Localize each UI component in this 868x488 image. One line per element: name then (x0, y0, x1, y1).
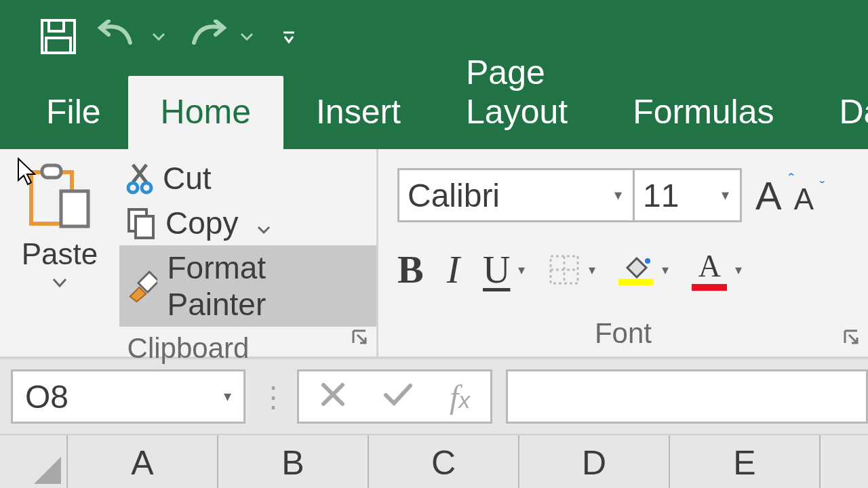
font-launcher-icon[interactable] (842, 328, 860, 348)
ribbon-home: Paste Cut (0, 149, 868, 359)
borders-button[interactable]: ▾ (548, 253, 595, 286)
up-caret-icon: ˆ (789, 170, 794, 189)
format-painter-button[interactable]: Format Painter (119, 245, 376, 327)
underline-button[interactable]: U ▾ (483, 248, 525, 291)
font-size-value: 11 (635, 177, 710, 214)
column-header[interactable]: C (369, 435, 519, 488)
bucket-icon (620, 254, 652, 279)
clipboard-group-label: Clipboard (0, 327, 376, 371)
paste-label: Paste (22, 237, 98, 271)
redo-button[interactable] (186, 20, 254, 54)
column-headers: A B C D E (0, 434, 868, 488)
insert-function-button[interactable]: fx (450, 378, 470, 415)
fill-color-swatch (618, 279, 654, 285)
down-caret-icon: ˇ (820, 178, 825, 196)
chevron-down-icon[interactable]: ▾ (662, 262, 669, 278)
undo-button[interactable] (98, 20, 165, 54)
copy-label: Copy (165, 205, 238, 241)
paste-dropdown-icon[interactable] (52, 278, 67, 290)
chevron-down-icon[interactable]: ▾ (603, 186, 633, 204)
name-box[interactable]: O8 ▾ (11, 369, 245, 424)
redo-dropdown-icon[interactable] (240, 33, 254, 41)
column-header[interactable]: D (519, 435, 670, 488)
svg-point-9 (128, 183, 138, 192)
svg-point-17 (645, 258, 650, 264)
confirm-edit-button[interactable] (383, 378, 413, 415)
svg-rect-1 (49, 20, 64, 31)
group-font: Calibri ▾ 11 ▾ Aˆ Aˇ B I U ▾ (378, 149, 868, 357)
scissors-icon (126, 162, 153, 195)
clipboard-launcher-icon[interactable] (351, 328, 368, 348)
tab-page-layout[interactable]: Page Layout (433, 37, 600, 149)
group-clipboard: Paste Cut (0, 149, 378, 357)
column-header[interactable]: B (218, 435, 369, 488)
bold-button[interactable]: B (397, 247, 424, 292)
customize-qat-button[interactable] (281, 28, 297, 45)
mouse-cursor-icon (16, 157, 41, 190)
column-header[interactable]: E (670, 435, 821, 488)
borders-icon (548, 253, 580, 286)
paintbrush-icon (126, 270, 157, 302)
undo-dropdown-icon[interactable] (152, 33, 165, 41)
chevron-down-icon[interactable]: ▾ (211, 388, 243, 405)
tab-data[interactable]: Data (807, 76, 868, 149)
save-button[interactable] (39, 18, 77, 56)
select-all-corner[interactable] (0, 435, 68, 488)
font-color-button[interactable]: A ▾ (692, 248, 742, 291)
italic-button[interactable]: I (447, 247, 460, 292)
font-group-label: Font (378, 312, 868, 357)
formula-input[interactable] (506, 369, 868, 424)
decrease-font-size-button[interactable]: Aˇ (794, 182, 814, 216)
chevron-down-icon[interactable]: ▾ (710, 186, 740, 204)
format-painter-label: Format Painter (167, 249, 367, 323)
svg-rect-12 (136, 216, 153, 238)
tab-insert[interactable]: Insert (283, 76, 433, 149)
ribbon-tabs: File Home Insert Page Layout Formulas Da… (0, 73, 868, 149)
chevron-down-icon[interactable]: ▾ (735, 262, 742, 278)
font-color-swatch (692, 284, 727, 291)
copy-dropdown-icon[interactable] (257, 205, 271, 241)
cancel-edit-button[interactable] (319, 378, 347, 415)
copy-icon (126, 207, 156, 239)
vertical-grip-icon[interactable]: ⋮ (259, 380, 283, 413)
svg-rect-6 (61, 191, 88, 226)
copy-button[interactable]: Copy (119, 201, 376, 245)
tab-formulas[interactable]: Formulas (600, 76, 806, 149)
font-name-value: Calibri (399, 177, 603, 214)
fill-color-button[interactable]: ▾ (618, 254, 669, 285)
tab-home[interactable]: Home (128, 76, 283, 149)
name-box-value: O8 (13, 378, 211, 415)
svg-point-10 (142, 183, 151, 192)
chevron-down-icon[interactable]: ▾ (589, 262, 595, 278)
font-size-combo[interactable]: 11 ▾ (635, 168, 742, 222)
svg-rect-5 (42, 165, 61, 178)
svg-rect-2 (46, 38, 71, 53)
increase-font-size-button[interactable]: Aˆ (755, 173, 782, 218)
tab-file[interactable]: File (23, 76, 128, 149)
column-header[interactable]: A (68, 435, 218, 488)
chevron-down-icon[interactable]: ▾ (518, 262, 525, 278)
cut-label: Cut (163, 160, 212, 197)
cut-button[interactable]: Cut (119, 156, 376, 201)
font-name-combo[interactable]: Calibri ▾ (397, 168, 635, 222)
